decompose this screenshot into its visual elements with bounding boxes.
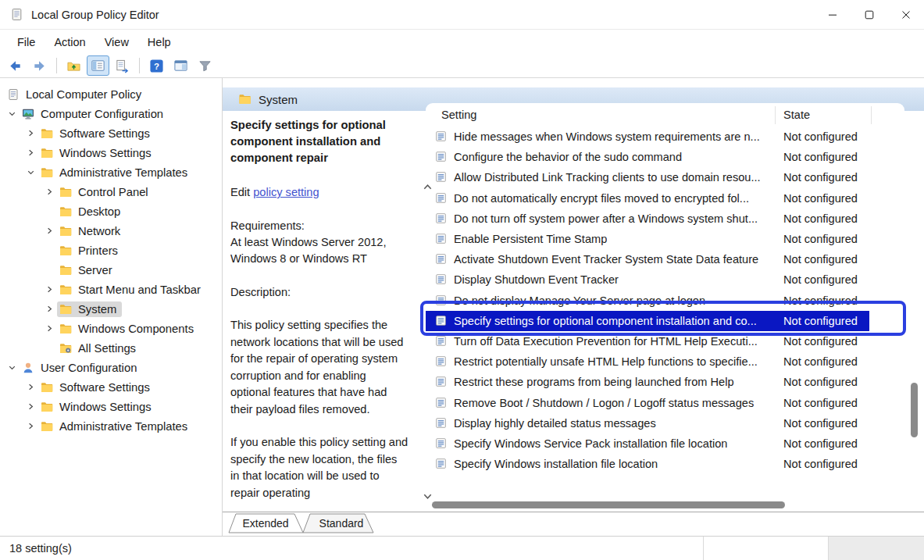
status-section bbox=[828, 537, 924, 560]
policy-row[interactable]: Display Shutdown Event TrackerNot config… bbox=[426, 269, 904, 290]
tree-node[interactable]: Printers bbox=[57, 243, 123, 259]
tab-extended-label[interactable]: Extended bbox=[242, 517, 288, 530]
tree-item-network[interactable]: Network bbox=[0, 221, 222, 241]
export-list-icon bbox=[115, 59, 130, 73]
policy-row[interactable]: Turn off Data Execution Prevention for H… bbox=[426, 331, 904, 351]
show-action-pane-button[interactable] bbox=[169, 55, 192, 76]
minimize-button[interactable] bbox=[814, 0, 851, 29]
policy-setting-name: Configure the behavior of the sudo comma… bbox=[454, 151, 682, 163]
column-divider[interactable] bbox=[775, 106, 776, 124]
policy-row[interactable]: Specify settings for optional component … bbox=[426, 311, 904, 331]
scroll-icon bbox=[7, 88, 20, 101]
vertical-scrollbar-thumb[interactable] bbox=[911, 383, 918, 437]
tree-item-start-menu-and-taskbar[interactable]: Start Menu and Taskbar bbox=[0, 280, 222, 299]
tree-item-administrative-templates[interactable]: Administrative Templates bbox=[0, 162, 222, 182]
horizontal-scrollbar-thumb[interactable] bbox=[432, 501, 785, 508]
chevron-collapsed-icon[interactable] bbox=[42, 186, 57, 198]
policy-row[interactable]: Do not display Manage Your Server page a… bbox=[426, 291, 904, 311]
policy-row[interactable]: Do not automatically encrypt files moved… bbox=[426, 188, 904, 209]
tree-node[interactable]: System bbox=[57, 301, 122, 317]
tree-node[interactable]: Control Panel bbox=[57, 184, 154, 200]
tab-standard-label[interactable]: Standard bbox=[319, 517, 364, 530]
tree-node[interactable]: Desktop bbox=[57, 204, 126, 219]
chevron-collapsed-icon[interactable] bbox=[23, 420, 38, 433]
filter-icon bbox=[198, 59, 212, 73]
tree-node[interactable]: Administrative Templates bbox=[38, 165, 193, 180]
chevron-expanded-icon[interactable] bbox=[5, 362, 20, 374]
tree-node[interactable]: Start Menu and Taskbar bbox=[57, 282, 206, 298]
policy-row[interactable]: Remove Boot / Shutdown / Logon / Logoff … bbox=[426, 392, 904, 412]
tree-item-software-settings[interactable]: Software Settings bbox=[0, 123, 222, 143]
chevron-collapsed-icon[interactable] bbox=[23, 381, 38, 394]
show-console-tree-button[interactable] bbox=[87, 55, 109, 76]
forward-button[interactable] bbox=[28, 55, 51, 76]
tree-node[interactable]: Local Computer Policy bbox=[5, 87, 147, 102]
policy-row[interactable]: Specify Windows Service Pack installatio… bbox=[426, 433, 904, 454]
filter-button[interactable] bbox=[194, 55, 216, 76]
tree-item-server[interactable]: Server bbox=[0, 260, 222, 280]
tree-node[interactable]: Network bbox=[57, 223, 126, 239]
column-header-state[interactable]: State bbox=[783, 109, 810, 121]
tree-item-software-settings[interactable]: Software Settings bbox=[0, 377, 222, 397]
policy-row[interactable]: Enable Persistent Time StampNot configur… bbox=[426, 229, 904, 249]
policy-row[interactable]: Configure the behavior of the sudo comma… bbox=[426, 147, 904, 167]
chevron-collapsed-icon[interactable] bbox=[42, 323, 57, 335]
tree-item-windows-settings[interactable]: Windows Settings bbox=[0, 397, 222, 416]
tree-node[interactable]: Software Settings bbox=[38, 126, 155, 141]
tree-item-administrative-templates[interactable]: Administrative Templates bbox=[0, 416, 222, 436]
window-controls bbox=[814, 0, 924, 29]
tree-node[interactable]: Software Settings bbox=[38, 380, 155, 395]
tree-item-desktop[interactable]: Desktop bbox=[0, 202, 222, 221]
tree-item-user-configuration[interactable]: User Configuration bbox=[0, 358, 222, 377]
tree-item-local-computer-policy[interactable]: Local Computer Policy bbox=[0, 84, 222, 104]
column-divider[interactable] bbox=[871, 106, 872, 124]
chevron-collapsed-icon[interactable] bbox=[23, 401, 38, 413]
chevron-collapsed-icon[interactable] bbox=[42, 225, 57, 237]
chevron-collapsed-icon[interactable] bbox=[23, 127, 38, 140]
tree-item-all-settings[interactable]: All Settings bbox=[0, 338, 222, 358]
policy-row[interactable]: Restrict potentially unsafe HTML Help fu… bbox=[426, 351, 904, 372]
chevron-collapsed-icon[interactable] bbox=[23, 147, 38, 159]
tree-node[interactable]: Administrative Templates bbox=[38, 419, 193, 434]
tree-node[interactable]: Server bbox=[57, 262, 118, 278]
tree-node[interactable]: Windows Settings bbox=[38, 145, 157, 161]
up-one-level-button[interactable] bbox=[62, 55, 85, 76]
maximize-button[interactable] bbox=[851, 0, 887, 29]
tree-item-computer-configuration[interactable]: Computer Configuration bbox=[0, 104, 222, 123]
tree-node[interactable]: Windows Settings bbox=[38, 399, 157, 415]
tree-item-label: Computer Configuration bbox=[41, 108, 163, 120]
chevron-expanded-icon[interactable] bbox=[23, 166, 38, 179]
back-button[interactable] bbox=[4, 55, 27, 76]
policy-row[interactable]: Do not turn off system power after a Win… bbox=[426, 209, 904, 229]
scroll-up-icon[interactable] bbox=[422, 181, 433, 193]
menu-action[interactable]: Action bbox=[45, 33, 95, 52]
chevron-expanded-icon[interactable] bbox=[5, 108, 20, 120]
tree-node[interactable]: User Configuration bbox=[20, 360, 142, 376]
folder-icon bbox=[41, 401, 54, 413]
tree-item-printers[interactable]: Printers bbox=[0, 241, 222, 260]
export-list-button[interactable] bbox=[111, 55, 134, 76]
tree-item-windows-settings[interactable]: Windows Settings bbox=[0, 143, 222, 162]
tree-item-system[interactable]: System bbox=[0, 299, 222, 319]
tree-item-control-panel[interactable]: Control Panel bbox=[0, 182, 222, 202]
menu-file[interactable]: File bbox=[8, 33, 45, 52]
policy-row[interactable]: Hide messages when Windows system requir… bbox=[426, 127, 904, 147]
close-button[interactable] bbox=[887, 0, 924, 29]
policy-row[interactable]: Activate Shutdown Event Tracker System S… bbox=[426, 249, 904, 269]
chevron-collapsed-icon[interactable] bbox=[42, 284, 57, 296]
tree-node[interactable]: All Settings bbox=[57, 341, 141, 356]
policy-row[interactable]: Display highly detailed status messagesN… bbox=[426, 413, 904, 433]
policy-row[interactable]: Allow Distributed Link Tracking clients … bbox=[426, 167, 904, 187]
scroll-down-icon[interactable] bbox=[422, 490, 433, 502]
policy-state: Not configured bbox=[783, 212, 858, 225]
tree-node[interactable]: Windows Components bbox=[57, 321, 199, 337]
menu-view[interactable]: View bbox=[95, 33, 138, 52]
policy-row[interactable]: Specify Windows installation file locati… bbox=[426, 454, 904, 474]
edit-policy-setting-link[interactable]: policy setting bbox=[253, 186, 319, 198]
help-button[interactable]: ? bbox=[145, 55, 168, 76]
tree-item-windows-components[interactable]: Windows Components bbox=[0, 319, 222, 338]
tree-node[interactable]: Computer Configuration bbox=[20, 106, 169, 122]
menu-help[interactable]: Help bbox=[138, 33, 180, 52]
policy-row[interactable]: Restrict these programs from being launc… bbox=[426, 372, 904, 392]
chevron-collapsed-icon[interactable] bbox=[42, 303, 57, 316]
